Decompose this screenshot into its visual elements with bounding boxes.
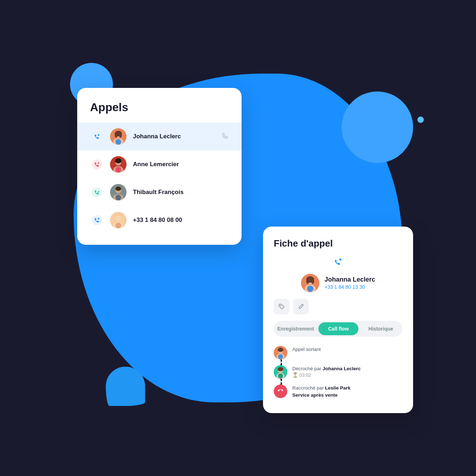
calls-panel-title: Appels xyxy=(77,101,242,123)
phone-icon-johanna xyxy=(222,132,229,141)
calls-panel: Appels Jo xyxy=(77,88,242,245)
svg-point-5 xyxy=(115,133,118,138)
svg-point-32 xyxy=(280,305,281,306)
outgoing-call-icon xyxy=(90,130,104,143)
flow-step-1: Appel sortant xyxy=(274,343,402,362)
fiche-contact: Johanna Leclerc +33 1 84 80 13 30 xyxy=(301,274,375,292)
tab-enregistrement[interactable]: Enregistrement xyxy=(275,322,316,335)
flow-info-2: Décroché par Johanna Leclerc ⏳ 03:02 xyxy=(292,365,361,378)
call-flow: Appel sortant Décroché par Johan xyxy=(274,343,402,402)
fiche-call-type-icon xyxy=(332,256,344,270)
outgoing-call-icon-2 xyxy=(90,213,104,227)
svg-point-37 xyxy=(278,354,283,359)
svg-point-41 xyxy=(278,367,283,371)
flow-text-2: Décroché par Johanna Leclerc xyxy=(292,365,361,372)
call-item-unknown[interactable]: +33 1 84 80 08 00 xyxy=(77,206,242,234)
edit-button[interactable] xyxy=(293,299,309,314)
avatar-johanna xyxy=(110,128,127,145)
svg-point-12 xyxy=(115,158,122,163)
fiche-header: Johanna Leclerc +33 1 84 80 13 30 xyxy=(274,256,402,292)
fiche-panel: Fiche d'appel xyxy=(263,227,413,413)
fiche-actions xyxy=(274,299,402,314)
svg-point-36 xyxy=(278,348,283,352)
call-item-name-johanna: Johanna Leclerc xyxy=(133,133,215,140)
svg-point-29 xyxy=(306,279,309,284)
call-item-thibault[interactable]: Thibault François xyxy=(77,178,242,206)
svg-point-19 xyxy=(115,195,121,200)
scene: Appels Jo xyxy=(41,41,435,435)
flow-avatar-2 xyxy=(274,365,287,379)
svg-point-30 xyxy=(311,279,314,284)
avatar-anne xyxy=(110,156,127,173)
flow-avatar-1 xyxy=(274,346,287,360)
fiche-contact-info: Johanna Leclerc +33 1 84 80 13 30 xyxy=(324,276,375,290)
tab-call-flow[interactable]: Call flow xyxy=(318,322,359,335)
flow-step-2: Décroché par Johanna Leclerc ⏳ 03:02 xyxy=(274,362,402,382)
deco-circle-top-right xyxy=(342,91,413,163)
tab-historique[interactable]: Historique xyxy=(361,322,401,335)
svg-point-18 xyxy=(115,187,121,191)
tabs-row: Enregistrement Call flow Historique xyxy=(274,321,402,337)
flow-duration-2: ⏳ 03:02 xyxy=(292,372,361,378)
svg-point-24 xyxy=(115,223,121,228)
svg-point-42 xyxy=(278,373,283,378)
fiche-contact-name: Johanna Leclerc xyxy=(324,276,375,283)
flow-text-3: Raccroché par Leslie Park xyxy=(292,385,351,392)
call-item-anne[interactable]: Anne Lemercier xyxy=(77,150,242,178)
fiche-contact-phone: +33 1 84 80 13 30 xyxy=(324,284,375,290)
svg-point-13 xyxy=(115,167,121,173)
hourglass-icon: ⏳ xyxy=(292,372,298,378)
svg-point-31 xyxy=(307,286,313,292)
flow-step-3: Raccroché par Leslie Park Service après … xyxy=(274,382,402,402)
svg-point-0 xyxy=(92,132,102,142)
fiche-contact-avatar xyxy=(301,274,319,292)
missed-call-icon xyxy=(90,158,104,171)
call-item-name-thibault: Thibault François xyxy=(133,189,229,196)
svg-point-7 xyxy=(115,139,121,145)
flow-service: Service après vente xyxy=(292,392,351,399)
deco-bubble-bottom-left xyxy=(106,367,145,406)
svg-point-20 xyxy=(92,215,102,225)
incoming-call-icon xyxy=(90,185,104,199)
call-item-johanna[interactable]: Johanna Leclerc xyxy=(77,123,242,150)
svg-point-22 xyxy=(115,215,121,221)
flow-info-3: Raccroché par Leslie Park Service après … xyxy=(292,385,351,399)
deco-dot-right xyxy=(417,116,424,123)
flow-avatar-3 xyxy=(274,385,287,398)
avatar-unknown xyxy=(110,212,127,228)
svg-point-6 xyxy=(119,133,122,138)
call-item-name-anne: Anne Lemercier xyxy=(133,161,229,168)
fiche-title: Fiche d'appel xyxy=(274,238,402,249)
flow-text-1: Appel sortant xyxy=(292,346,321,353)
call-item-name-unknown: +33 1 84 80 08 00 xyxy=(133,217,229,224)
svg-point-8 xyxy=(92,159,102,169)
avatar-thibault xyxy=(110,184,127,200)
tag-button[interactable] xyxy=(274,299,289,314)
svg-point-14 xyxy=(92,187,102,197)
